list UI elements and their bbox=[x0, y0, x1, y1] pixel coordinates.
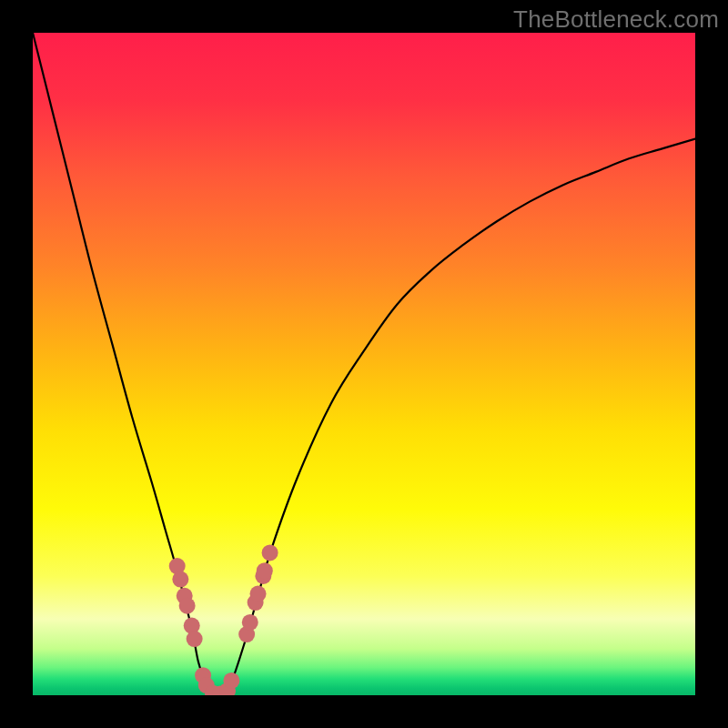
marker-dot bbox=[223, 672, 239, 689]
marker-dot bbox=[172, 571, 188, 588]
marker-dot bbox=[179, 598, 196, 614]
marker-dot bbox=[250, 586, 267, 602]
marker-dot bbox=[242, 614, 258, 631]
plot-background bbox=[33, 33, 695, 695]
watermark-text: TheBottleneck.com bbox=[513, 5, 719, 34]
marker-dot bbox=[262, 544, 278, 561]
marker-dot bbox=[257, 562, 273, 579]
chart-frame: TheBottleneck.com bbox=[0, 0, 728, 728]
marker-dot bbox=[187, 631, 203, 647]
chart-svg bbox=[33, 33, 695, 695]
plot-area bbox=[33, 33, 695, 695]
